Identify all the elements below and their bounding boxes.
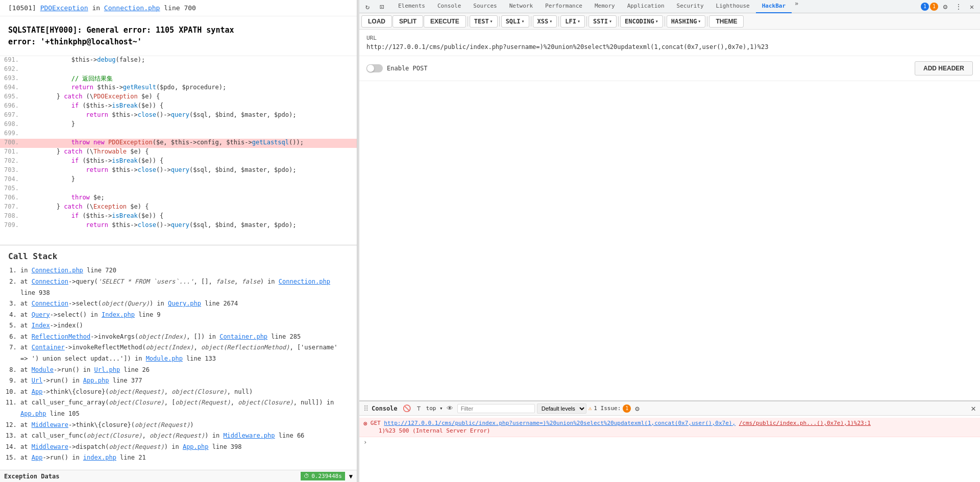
hackbar-content-spacer (359, 81, 980, 400)
devtools-more-icon[interactable]: ⋮ (952, 1, 965, 13)
url-area: URL http://127.0.0.1/cms/public/index.ph… (359, 30, 980, 56)
devtools-toggle-icon[interactable]: ⊡ (376, 1, 388, 13)
error-line: 700 (184, 4, 195, 12)
hackbar-sep-2 (499, 16, 500, 27)
devtools-tabs: Elements Console Sources Network Perform… (392, 0, 921, 13)
code-section: 691. $this->debug(false); 692. 693. // 返… (0, 56, 357, 245)
console-top-label[interactable]: top ▾ (426, 405, 443, 412)
add-header-button[interactable]: ADD HEADER (915, 61, 973, 75)
hackbar-ssti-dropdown[interactable]: SSTI (589, 15, 617, 28)
console-level-select[interactable]: Default levels (537, 403, 586, 414)
devtools-topbar-right: 1 1 ⚙ ⋮ ✕ (921, 1, 978, 13)
error-in: in (92, 4, 104, 12)
callstack-item-9: at Url->run() in App.php line 377 (20, 375, 349, 387)
callstack-item-7: at Container->invokeReflectMethod(object… (20, 342, 349, 364)
console-issue-badge: ⚠ 1 Issue: 1 (589, 404, 631, 413)
hackbar-encoding-dropdown[interactable]: ENCODING (620, 15, 663, 28)
console-grip-icon[interactable]: ⠿ (363, 404, 369, 413)
console-clear-icon[interactable]: 🚫 (402, 403, 412, 414)
toggle-knob (367, 65, 374, 72)
hackbar-load-btn[interactable]: LOAD (361, 15, 392, 28)
timer-badge: ⏱ 0.239448s (301, 472, 345, 480)
console-top-icon[interactable]: ⊤ (414, 403, 424, 414)
post-toggle-label: Enable POST (387, 65, 427, 72)
console-error-url2[interactable]: /cms/public/index.ph...(),0x7e),1)%23:1 (739, 420, 871, 426)
error-file-link[interactable]: Connection.php (104, 4, 160, 12)
devtools-panel: ↻ ⊡ Elements Console Sources Network Per… (359, 0, 980, 482)
console-content: ⊗ GET http://127.0.0.1/cms/public/index.… (359, 416, 980, 482)
controls-area: Enable POST ADD HEADER (359, 56, 980, 81)
hackbar-sep-6 (618, 16, 619, 27)
code-line-701: 701. } catch (\Throwable $e) { (0, 148, 357, 157)
error-message: SQLSTATE[HY000]: General error: 1105 XPA… (0, 16, 357, 56)
hackbar-split-btn[interactable]: SPLIT (393, 15, 423, 28)
timer-icon: ⏱ (304, 473, 309, 479)
console-panel: ⠿ Console 🚫 ⊤ top ▾ 👁 Default levels ⚠ 1… (359, 400, 980, 482)
devtools-close-icon[interactable]: ✕ (966, 1, 978, 13)
code-line-693: 693. // 返回结果集 (0, 74, 357, 84)
callstack-item-5: at Index->index() (20, 320, 349, 332)
console-input[interactable] (370, 439, 976, 446)
console-error-row: ⊗ GET http://127.0.0.1/cms/public/index.… (359, 418, 980, 437)
hackbar-execute-btn[interactable]: EXECUTE (424, 15, 466, 28)
tab-sources[interactable]: Sources (467, 0, 503, 13)
console-settings-icon[interactable]: ⚙ (635, 404, 639, 413)
console-prompt-arrow: › (363, 439, 367, 446)
issue-label: 1 Issue: (594, 405, 621, 412)
hackbar-xss-dropdown[interactable]: XSS (533, 15, 557, 28)
console-error-status: 1)%23 500 (Internal Server Error) (371, 427, 491, 434)
tab-console[interactable]: Console (431, 0, 467, 13)
callstack-item-15: at App->run() in index.php line 21 (20, 452, 349, 464)
tab-application[interactable]: Application (621, 0, 671, 13)
console-title-area: ⠿ Console (363, 404, 398, 413)
tab-memory[interactable]: Memory (589, 0, 621, 13)
hackbar-sqli-dropdown[interactable]: SQLI (501, 15, 529, 28)
url-value[interactable]: http://127.0.0.1/cms/public/index.php?us… (366, 43, 973, 50)
code-line-705: 705. (0, 185, 357, 194)
callstack-item-11: at call_user_func_array(object(Closure),… (20, 397, 349, 419)
code-line-704: 704. } (0, 175, 357, 185)
console-error-method: GET (371, 420, 384, 426)
devtools-dock-icon[interactable]: ↻ (361, 1, 374, 13)
scroll-down-icon[interactable]: ▼ (349, 473, 353, 480)
console-eye-icon[interactable]: 👁 (445, 403, 455, 414)
code-line-691: 691. $this->debug(false); (0, 56, 357, 65)
callstack-item-2: at Connection->query('SELECT * FROM `use… (20, 276, 349, 298)
hackbar-toolbar: LOAD SPLIT EXECUTE TEST SQLI XSS LFI SST… (359, 13, 980, 30)
hackbar-sep-8 (707, 16, 707, 27)
hackbar-lfi-dropdown[interactable]: LFI (560, 15, 585, 28)
devtools-topbar-left: ↻ ⊡ (361, 1, 388, 13)
error-class-link[interactable]: PDOException (40, 4, 88, 12)
tab-lighthouse[interactable]: Lighthouse (710, 0, 756, 13)
callstack-list: in Connection.php line 720 at Connection… (8, 265, 349, 464)
footer-bar: Exception Datas ⏱ 0.239448s ▼ (0, 470, 357, 482)
enable-post-toggle[interactable] (366, 64, 383, 72)
code-line-708: 708. if ($this->isBreak($e)) { (0, 212, 357, 221)
devtools-more-tabs[interactable]: » (792, 0, 801, 13)
url-label: URL (366, 35, 973, 41)
tab-security[interactable]: Security (671, 0, 710, 13)
console-prompt: › (359, 437, 980, 447)
console-error-url[interactable]: http://127.0.0.1/cms/public/index.php?us… (384, 420, 736, 426)
console-close-icon[interactable]: ✕ (971, 403, 976, 413)
hackbar-theme-btn[interactable]: THEME (709, 15, 744, 28)
callstack-item-14: at Middleware->dispatch(object(Request))… (20, 442, 349, 453)
hackbar-hashing-dropdown[interactable]: HASHING (667, 15, 706, 28)
console-title: Console (372, 405, 398, 412)
callstack-item-10: at App->think\{closure}(object(Request),… (20, 387, 349, 398)
tab-performance[interactable]: Performance (539, 0, 589, 13)
devtools-topbar: ↻ ⊡ Elements Console Sources Network Per… (359, 0, 980, 13)
tab-network[interactable]: Network (503, 0, 539, 13)
hackbar-sep-7 (665, 16, 665, 27)
issue-count-badge: 1 (623, 404, 631, 413)
tab-hackbar[interactable]: HackBar (756, 0, 792, 13)
callstack-item-4: at Query->select() in Index.php line 9 (20, 310, 349, 321)
code-line-703: 703. return $this->close()->query($sql, … (0, 166, 357, 175)
tab-elements[interactable]: Elements (392, 0, 431, 13)
hackbar-test-dropdown[interactable]: TEST (470, 15, 498, 28)
code-line-700: 700. throw new PDOException($e, $this->c… (0, 139, 357, 148)
console-filter-input[interactable] (457, 404, 535, 413)
console-toolbar: ⠿ Console 🚫 ⊤ top ▾ 👁 Default levels ⚠ 1… (359, 401, 980, 416)
footer-label: Exception Datas (4, 473, 59, 480)
devtools-settings-icon[interactable]: ⚙ (939, 1, 951, 13)
